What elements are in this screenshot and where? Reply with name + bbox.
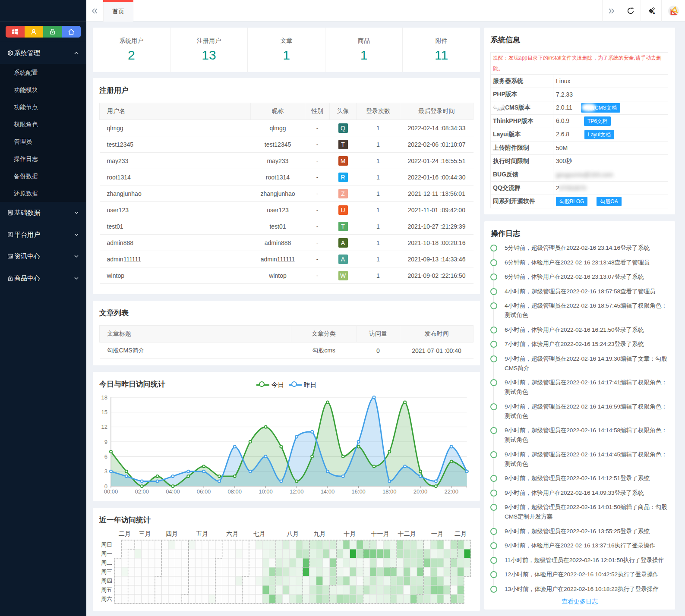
- svg-text:周六: 周六: [101, 596, 112, 602]
- svg-text:周四: 周四: [101, 578, 112, 584]
- svg-text:18:00: 18:00: [382, 488, 397, 495]
- svg-text:04:00: 04:00: [166, 488, 180, 495]
- svg-text:9: 9: [104, 439, 107, 445]
- svg-text:周二: 周二: [101, 559, 112, 566]
- svg-text:12: 12: [101, 424, 107, 430]
- svg-text:周三: 周三: [101, 569, 112, 575]
- svg-text:00:00: 00:00: [104, 488, 118, 495]
- svg-text:十月: 十月: [344, 530, 356, 537]
- svg-text:16:00: 16:00: [351, 488, 366, 495]
- svg-text:五月: 五月: [196, 530, 208, 537]
- svg-text:十一月: 十一月: [371, 530, 389, 537]
- svg-text:十二月: 十二月: [398, 530, 416, 537]
- svg-text:14:00: 14:00: [321, 488, 335, 495]
- svg-text:6: 6: [104, 453, 107, 460]
- svg-text:10:00: 10:00: [259, 488, 273, 495]
- svg-text:七月: 七月: [253, 530, 265, 537]
- svg-text:三月: 三月: [139, 530, 151, 537]
- svg-text:周一: 周一: [101, 550, 112, 557]
- svg-text:一月: 一月: [431, 530, 443, 537]
- svg-text:二月: 二月: [455, 530, 467, 537]
- svg-text:20:00: 20:00: [414, 488, 428, 495]
- svg-text:A: A: [653, 11, 655, 15]
- svg-text:四月: 四月: [166, 530, 178, 537]
- svg-text:六月: 六月: [226, 530, 238, 537]
- svg-text:二月: 二月: [119, 530, 131, 537]
- svg-text:02:00: 02:00: [135, 488, 149, 495]
- svg-text:周五: 周五: [101, 587, 112, 593]
- svg-text:08:00: 08:00: [228, 488, 242, 495]
- svg-text:九月: 九月: [313, 530, 325, 537]
- svg-text:周日: 周日: [101, 541, 112, 548]
- svg-text:18: 18: [101, 394, 107, 401]
- svg-text:12:00: 12:00: [290, 488, 304, 495]
- svg-text:06:00: 06:00: [197, 488, 211, 495]
- svg-text:八月: 八月: [287, 530, 299, 537]
- svg-text:3: 3: [104, 468, 107, 475]
- svg-text:15: 15: [101, 409, 107, 415]
- svg-text:22:00: 22:00: [444, 488, 458, 495]
